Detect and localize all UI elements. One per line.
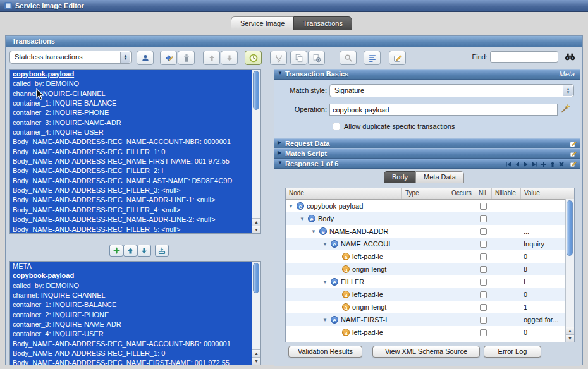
allow-duplicates-checkbox[interactable] bbox=[333, 123, 340, 130]
meta-row[interactable]: container_4: INQUIRE-USER bbox=[10, 329, 260, 339]
scroll-down-icon[interactable]: ▼ bbox=[252, 357, 260, 365]
nil-checkbox[interactable] bbox=[480, 279, 487, 286]
transaction-row[interactable]: Body_NAME-AND-ADDRESS-REC_NAME-LAST-NAME… bbox=[10, 176, 260, 186]
meta-move-down-button[interactable] bbox=[137, 245, 151, 257]
transaction-row[interactable]: Body_NAME-AND-ADDRESS-REC_NAME-ACCOUNT-N… bbox=[10, 137, 260, 147]
col-nil[interactable]: Nil bbox=[475, 188, 491, 199]
meta-move-up-button[interactable] bbox=[123, 245, 137, 257]
node-value[interactable]: ... bbox=[520, 225, 566, 238]
transaction-row[interactable]: container_1: INQUIRE-BALANCE bbox=[10, 99, 260, 108]
meta-row[interactable]: copybook-payload bbox=[10, 271, 260, 281]
transaction-row[interactable]: called_by: DEMOINQ bbox=[10, 79, 260, 88]
edit-icon[interactable] bbox=[570, 140, 577, 148]
transaction-row[interactable]: copybook-payload bbox=[10, 70, 260, 79]
tree-row[interactable]: ▼eNAME-AND-ADDR ... bbox=[286, 225, 566, 238]
expander-down-icon[interactable]: ▼ bbox=[300, 216, 308, 222]
tree-row[interactable]: aorigin-lengt 8 bbox=[286, 263, 566, 275]
transaction-row[interactable]: Body_NAME-AND-ADDRESS-REC_FILLER_1: 0 bbox=[10, 147, 260, 157]
move-up-button[interactable] bbox=[203, 51, 220, 65]
scrollbar-thumb[interactable] bbox=[253, 71, 259, 110]
nil-checkbox[interactable] bbox=[480, 228, 487, 235]
node-value[interactable]: ogged for... bbox=[520, 313, 566, 326]
meta-row[interactable]: Body_NAME-AND-ADDRESS-REC_FILLER_1: 0 bbox=[10, 349, 260, 358]
scroll-up-icon[interactable]: ▲ bbox=[566, 327, 574, 334]
expander-right-icon[interactable]: ▶ bbox=[278, 140, 281, 145]
tree-row[interactable]: ▼eFILLER I bbox=[286, 275, 566, 288]
process-docs-button[interactable] bbox=[308, 51, 325, 65]
tree-row[interactable]: ▼eBody bbox=[286, 212, 566, 225]
delete-button[interactable] bbox=[178, 51, 195, 65]
user-button[interactable] bbox=[137, 51, 154, 65]
transaction-row[interactable]: channel: INQUIRE-CHANNEL bbox=[10, 89, 260, 99]
request-data-header[interactable]: ▶ Request Data bbox=[274, 138, 580, 148]
tab-service-image[interactable]: Service Image bbox=[231, 16, 293, 30]
expander-down-icon[interactable]: ▼ bbox=[322, 317, 331, 323]
col-type[interactable]: Type bbox=[401, 188, 448, 199]
node-value[interactable]: Inquiry bbox=[520, 238, 566, 250]
transaction-list-scrollbar[interactable]: ▲ ▼ bbox=[252, 70, 260, 233]
sort-list-button[interactable] bbox=[364, 51, 381, 65]
expander-right-icon[interactable]: ▶ bbox=[278, 150, 281, 155]
meta-row[interactable]: channel: INQUIRE-CHANNEL bbox=[10, 291, 260, 300]
scrollbar-thumb[interactable] bbox=[253, 263, 259, 293]
nil-checkbox[interactable] bbox=[480, 215, 487, 222]
nil-checkbox[interactable] bbox=[480, 253, 487, 260]
node-value[interactable] bbox=[520, 200, 566, 212]
tab-transactions[interactable]: Transactions bbox=[293, 16, 352, 30]
match-style-dropdown[interactable]: Signature ▲▼ bbox=[329, 84, 574, 97]
view-xml-schema-source-button[interactable]: View XML Schema Source bbox=[372, 346, 480, 358]
nil-checkbox[interactable] bbox=[480, 329, 487, 336]
operation-input[interactable] bbox=[329, 104, 558, 116]
title-bar[interactable]: Service Image Editor bbox=[0, 0, 588, 12]
scroll-up-icon[interactable]: ▲ bbox=[252, 349, 260, 357]
transaction-row[interactable]: Body_NAME-AND-ADDRESS-REC_NAME-ADDR-LINE… bbox=[10, 215, 260, 224]
merge-button[interactable] bbox=[270, 51, 287, 65]
node-value[interactable] bbox=[520, 212, 566, 225]
meta-row[interactable]: container_3: INQUIRE-NAME-ADR bbox=[10, 320, 260, 329]
expander-down-icon[interactable]: ▼ bbox=[288, 203, 297, 209]
node-value[interactable]: 0 bbox=[520, 250, 566, 263]
tree-row[interactable]: ▼eNAME-ACCOUI Inquiry bbox=[286, 238, 566, 250]
add-plus-icon[interactable] bbox=[541, 161, 547, 167]
nil-checkbox[interactable] bbox=[480, 304, 487, 311]
magic-wand-icon[interactable] bbox=[561, 104, 570, 114]
scrollbar-thumb[interactable] bbox=[567, 200, 573, 256]
nil-checkbox[interactable] bbox=[480, 203, 487, 210]
transaction-row[interactable]: container_3: INQUIRE-NAME-ADR bbox=[10, 118, 260, 128]
meta-row[interactable]: Body_NAME-AND-ADDRESS-REC_NAME-FIRST-NAM… bbox=[10, 358, 260, 365]
transaction-row[interactable]: Body_NAME-AND-ADDRESS-REC_FILLER_4: <nul… bbox=[10, 205, 260, 215]
tab-body[interactable]: Body bbox=[384, 171, 415, 183]
node-value[interactable]: I bbox=[520, 275, 566, 288]
transaction-row[interactable]: Body_NAME-AND-ADDRESS-REC_NAME-FIRST-NAM… bbox=[10, 157, 260, 166]
copy-docs-button[interactable] bbox=[290, 51, 307, 65]
tree-row[interactable]: aorigin-lengt 1 bbox=[286, 301, 566, 313]
tree-row[interactable]: ▼ecopybook-payload bbox=[286, 200, 566, 212]
binoculars-icon[interactable] bbox=[565, 52, 575, 63]
table-scrollbar[interactable]: ▲ ▼ bbox=[565, 199, 574, 342]
meta-row[interactable]: container_1: INQUIRE-BALANCE bbox=[10, 300, 260, 310]
edit-transaction-button[interactable] bbox=[389, 51, 406, 65]
response-header[interactable]: ▼ Response 1 of 6 bbox=[274, 159, 580, 169]
meta-row[interactable]: container_2: INQUIRE-PHONE bbox=[10, 310, 260, 320]
node-value[interactable]: 1 bbox=[520, 301, 566, 313]
nil-checkbox[interactable] bbox=[480, 291, 487, 298]
transaction-row[interactable]: Body_NAME-AND-ADDRESS-REC_FILLER_5: <nul… bbox=[10, 225, 260, 234]
meta-row[interactable]: META bbox=[10, 262, 260, 271]
node-value[interactable]: 0 bbox=[520, 288, 566, 301]
magnifier-button[interactable] bbox=[340, 51, 357, 65]
match-script-header[interactable]: ▶ Match Script bbox=[274, 148, 580, 159]
add-meta-button[interactable] bbox=[109, 245, 123, 257]
error-log-button[interactable]: Error Log bbox=[484, 346, 541, 358]
tree-row[interactable]: aleft-pad-le 0 bbox=[286, 250, 566, 263]
find-input[interactable] bbox=[490, 51, 558, 63]
move-up-icon[interactable] bbox=[549, 161, 556, 167]
edit-value-button[interactable] bbox=[160, 51, 177, 65]
nil-checkbox[interactable] bbox=[480, 241, 487, 248]
transaction-row[interactable]: Body_NAME-AND-ADDRESS-REC_FILLER_3: <nul… bbox=[10, 186, 260, 195]
col-value[interactable]: Value bbox=[520, 188, 566, 199]
col-occurs[interactable]: Occurs bbox=[448, 188, 475, 199]
meta-list-scrollbar[interactable]: ▲ ▼ bbox=[252, 262, 260, 365]
move-down-button[interactable] bbox=[221, 51, 238, 65]
timer-button[interactable] bbox=[245, 51, 262, 65]
import-meta-button[interactable] bbox=[155, 245, 169, 257]
